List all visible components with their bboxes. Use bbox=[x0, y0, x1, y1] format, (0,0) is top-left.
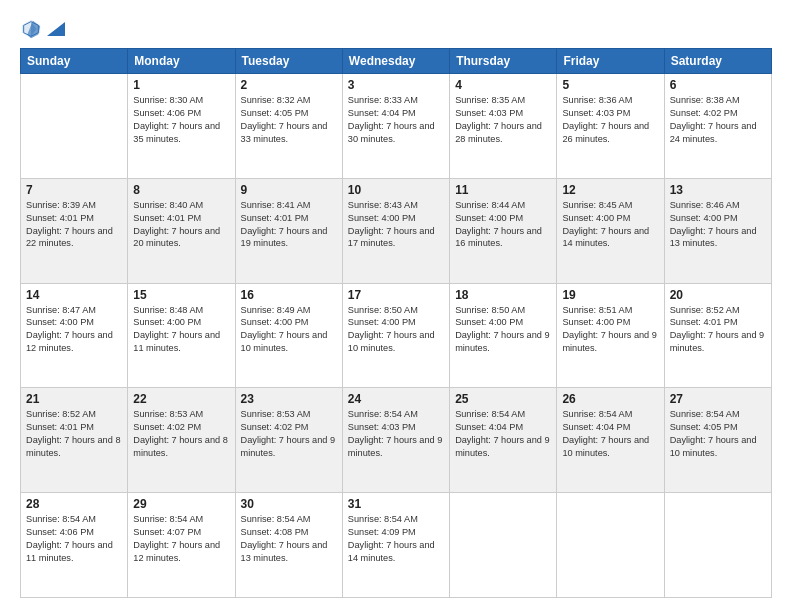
day-header-monday: Monday bbox=[128, 49, 235, 74]
day-header-thursday: Thursday bbox=[450, 49, 557, 74]
calendar-table: SundayMondayTuesdayWednesdayThursdayFrid… bbox=[20, 48, 772, 598]
cell-info: Sunrise: 8:50 AMSunset: 4:00 PMDaylight:… bbox=[455, 304, 551, 356]
day-number: 7 bbox=[26, 183, 122, 197]
calendar-cell: 6Sunrise: 8:38 AMSunset: 4:02 PMDaylight… bbox=[664, 74, 771, 179]
day-number: 6 bbox=[670, 78, 766, 92]
cell-info: Sunrise: 8:52 AMSunset: 4:01 PMDaylight:… bbox=[670, 304, 766, 356]
logo-icon bbox=[20, 18, 42, 40]
cell-info: Sunrise: 8:54 AMSunset: 4:04 PMDaylight:… bbox=[455, 408, 551, 460]
day-header-sunday: Sunday bbox=[21, 49, 128, 74]
cell-info: Sunrise: 8:54 AMSunset: 4:05 PMDaylight:… bbox=[670, 408, 766, 460]
logo-text-block bbox=[46, 22, 65, 36]
cell-info: Sunrise: 8:49 AMSunset: 4:00 PMDaylight:… bbox=[241, 304, 337, 356]
calendar-cell: 14Sunrise: 8:47 AMSunset: 4:00 PMDayligh… bbox=[21, 283, 128, 388]
calendar-cell bbox=[450, 493, 557, 598]
day-number: 17 bbox=[348, 288, 444, 302]
calendar-cell: 29Sunrise: 8:54 AMSunset: 4:07 PMDayligh… bbox=[128, 493, 235, 598]
day-header-friday: Friday bbox=[557, 49, 664, 74]
cell-info: Sunrise: 8:52 AMSunset: 4:01 PMDaylight:… bbox=[26, 408, 122, 460]
calendar-cell: 13Sunrise: 8:46 AMSunset: 4:00 PMDayligh… bbox=[664, 178, 771, 283]
day-number: 15 bbox=[133, 288, 229, 302]
cell-info: Sunrise: 8:41 AMSunset: 4:01 PMDaylight:… bbox=[241, 199, 337, 251]
calendar-cell: 25Sunrise: 8:54 AMSunset: 4:04 PMDayligh… bbox=[450, 388, 557, 493]
calendar-cell: 22Sunrise: 8:53 AMSunset: 4:02 PMDayligh… bbox=[128, 388, 235, 493]
cell-info: Sunrise: 8:30 AMSunset: 4:06 PMDaylight:… bbox=[133, 94, 229, 146]
calendar-cell: 4Sunrise: 8:35 AMSunset: 4:03 PMDaylight… bbox=[450, 74, 557, 179]
calendar-cell: 9Sunrise: 8:41 AMSunset: 4:01 PMDaylight… bbox=[235, 178, 342, 283]
day-number: 2 bbox=[241, 78, 337, 92]
cell-info: Sunrise: 8:35 AMSunset: 4:03 PMDaylight:… bbox=[455, 94, 551, 146]
day-header-saturday: Saturday bbox=[664, 49, 771, 74]
calendar-cell: 19Sunrise: 8:51 AMSunset: 4:00 PMDayligh… bbox=[557, 283, 664, 388]
page-header bbox=[20, 18, 772, 40]
cell-info: Sunrise: 8:54 AMSunset: 4:07 PMDaylight:… bbox=[133, 513, 229, 565]
logo-blue-triangle bbox=[47, 22, 65, 36]
calendar-cell: 5Sunrise: 8:36 AMSunset: 4:03 PMDaylight… bbox=[557, 74, 664, 179]
cell-info: Sunrise: 8:54 AMSunset: 4:09 PMDaylight:… bbox=[348, 513, 444, 565]
calendar-cell: 7Sunrise: 8:39 AMSunset: 4:01 PMDaylight… bbox=[21, 178, 128, 283]
calendar-cell bbox=[664, 493, 771, 598]
day-number: 28 bbox=[26, 497, 122, 511]
cell-info: Sunrise: 8:54 AMSunset: 4:04 PMDaylight:… bbox=[562, 408, 658, 460]
calendar-cell: 18Sunrise: 8:50 AMSunset: 4:00 PMDayligh… bbox=[450, 283, 557, 388]
day-number: 24 bbox=[348, 392, 444, 406]
day-number: 22 bbox=[133, 392, 229, 406]
day-number: 11 bbox=[455, 183, 551, 197]
cell-info: Sunrise: 8:38 AMSunset: 4:02 PMDaylight:… bbox=[670, 94, 766, 146]
cell-info: Sunrise: 8:54 AMSunset: 4:06 PMDaylight:… bbox=[26, 513, 122, 565]
cell-info: Sunrise: 8:43 AMSunset: 4:00 PMDaylight:… bbox=[348, 199, 444, 251]
day-number: 10 bbox=[348, 183, 444, 197]
day-number: 27 bbox=[670, 392, 766, 406]
day-number: 12 bbox=[562, 183, 658, 197]
cell-info: Sunrise: 8:48 AMSunset: 4:00 PMDaylight:… bbox=[133, 304, 229, 356]
day-number: 31 bbox=[348, 497, 444, 511]
cell-info: Sunrise: 8:51 AMSunset: 4:00 PMDaylight:… bbox=[562, 304, 658, 356]
day-number: 20 bbox=[670, 288, 766, 302]
calendar-cell: 28Sunrise: 8:54 AMSunset: 4:06 PMDayligh… bbox=[21, 493, 128, 598]
calendar-cell bbox=[557, 493, 664, 598]
cell-info: Sunrise: 8:33 AMSunset: 4:04 PMDaylight:… bbox=[348, 94, 444, 146]
day-number: 5 bbox=[562, 78, 658, 92]
calendar-cell: 31Sunrise: 8:54 AMSunset: 4:09 PMDayligh… bbox=[342, 493, 449, 598]
calendar-cell: 27Sunrise: 8:54 AMSunset: 4:05 PMDayligh… bbox=[664, 388, 771, 493]
calendar-cell: 15Sunrise: 8:48 AMSunset: 4:00 PMDayligh… bbox=[128, 283, 235, 388]
cell-info: Sunrise: 8:53 AMSunset: 4:02 PMDaylight:… bbox=[241, 408, 337, 460]
cell-info: Sunrise: 8:32 AMSunset: 4:05 PMDaylight:… bbox=[241, 94, 337, 146]
cell-info: Sunrise: 8:54 AMSunset: 4:03 PMDaylight:… bbox=[348, 408, 444, 460]
calendar-cell: 8Sunrise: 8:40 AMSunset: 4:01 PMDaylight… bbox=[128, 178, 235, 283]
day-header-wednesday: Wednesday bbox=[342, 49, 449, 74]
cell-info: Sunrise: 8:44 AMSunset: 4:00 PMDaylight:… bbox=[455, 199, 551, 251]
day-number: 29 bbox=[133, 497, 229, 511]
calendar-cell: 11Sunrise: 8:44 AMSunset: 4:00 PMDayligh… bbox=[450, 178, 557, 283]
calendar-cell: 26Sunrise: 8:54 AMSunset: 4:04 PMDayligh… bbox=[557, 388, 664, 493]
day-number: 18 bbox=[455, 288, 551, 302]
day-number: 19 bbox=[562, 288, 658, 302]
calendar-cell: 2Sunrise: 8:32 AMSunset: 4:05 PMDaylight… bbox=[235, 74, 342, 179]
logo bbox=[20, 18, 65, 40]
calendar-cell: 30Sunrise: 8:54 AMSunset: 4:08 PMDayligh… bbox=[235, 493, 342, 598]
calendar-cell: 17Sunrise: 8:50 AMSunset: 4:00 PMDayligh… bbox=[342, 283, 449, 388]
day-header-tuesday: Tuesday bbox=[235, 49, 342, 74]
day-number: 21 bbox=[26, 392, 122, 406]
calendar-cell: 12Sunrise: 8:45 AMSunset: 4:00 PMDayligh… bbox=[557, 178, 664, 283]
calendar-cell: 1Sunrise: 8:30 AMSunset: 4:06 PMDaylight… bbox=[128, 74, 235, 179]
calendar-cell: 10Sunrise: 8:43 AMSunset: 4:00 PMDayligh… bbox=[342, 178, 449, 283]
day-number: 3 bbox=[348, 78, 444, 92]
cell-info: Sunrise: 8:53 AMSunset: 4:02 PMDaylight:… bbox=[133, 408, 229, 460]
calendar-cell: 24Sunrise: 8:54 AMSunset: 4:03 PMDayligh… bbox=[342, 388, 449, 493]
calendar-cell: 16Sunrise: 8:49 AMSunset: 4:00 PMDayligh… bbox=[235, 283, 342, 388]
day-number: 23 bbox=[241, 392, 337, 406]
day-number: 9 bbox=[241, 183, 337, 197]
day-number: 4 bbox=[455, 78, 551, 92]
cell-info: Sunrise: 8:54 AMSunset: 4:08 PMDaylight:… bbox=[241, 513, 337, 565]
cell-info: Sunrise: 8:50 AMSunset: 4:00 PMDaylight:… bbox=[348, 304, 444, 356]
day-number: 25 bbox=[455, 392, 551, 406]
calendar-cell: 20Sunrise: 8:52 AMSunset: 4:01 PMDayligh… bbox=[664, 283, 771, 388]
day-number: 16 bbox=[241, 288, 337, 302]
calendar-cell bbox=[21, 74, 128, 179]
calendar-cell: 23Sunrise: 8:53 AMSunset: 4:02 PMDayligh… bbox=[235, 388, 342, 493]
day-number: 14 bbox=[26, 288, 122, 302]
day-number: 26 bbox=[562, 392, 658, 406]
calendar-cell: 3Sunrise: 8:33 AMSunset: 4:04 PMDaylight… bbox=[342, 74, 449, 179]
calendar-cell: 21Sunrise: 8:52 AMSunset: 4:01 PMDayligh… bbox=[21, 388, 128, 493]
